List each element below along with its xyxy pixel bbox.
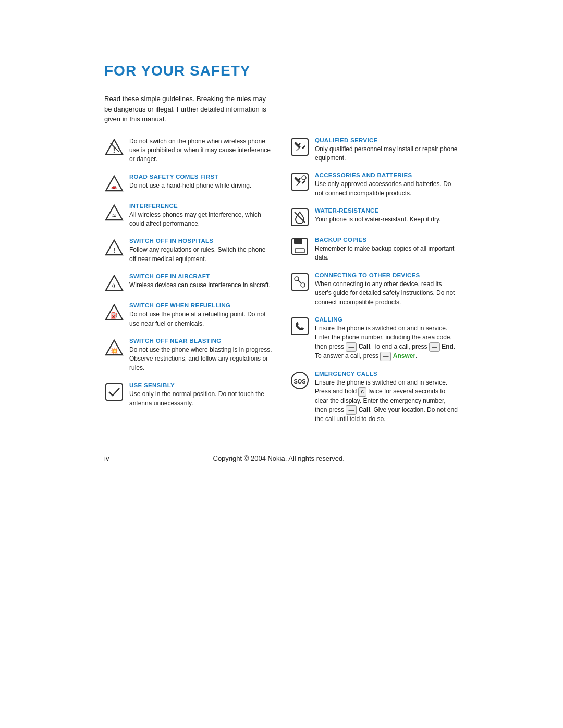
list-item: ⛽ SWITCH OFF WHEN REFUELLING Do not use … (104, 302, 273, 328)
svg-rect-22 (294, 239, 302, 244)
connecting-text: When connecting to any other device, rea… (315, 280, 459, 307)
qualified-service-icon (290, 137, 310, 157)
call-key-2: — (346, 405, 357, 415)
no-switch-icon: ! (104, 137, 124, 157)
accessories-content: ACCESSORIES AND BATTERIES Use only appro… (315, 172, 459, 198)
answer-key: — (380, 352, 391, 361)
svg-line-28 (298, 280, 301, 283)
blasting-icon: 💥 (104, 338, 124, 357)
hospitals-icon: ! (104, 238, 124, 257)
svg-point-26 (295, 277, 299, 281)
emergency-calls-content: EMERGENCY CALLS Ensure the phone is swit… (315, 371, 459, 424)
refuelling-content: SWITCH OFF WHEN REFUELLING Do not use th… (129, 302, 273, 328)
copyright-text: Copyright © 2004 Nokia. All rights reser… (213, 454, 345, 462)
list-item: CALLING Ensure the phone is switched on … (290, 316, 459, 361)
calling-icon (290, 316, 310, 336)
hospitals-content: SWITCH OFF IN HOSPITALS Follow any regul… (129, 238, 273, 264)
svg-text:💥: 💥 (111, 347, 118, 354)
svg-text:SOS: SOS (293, 378, 305, 385)
connecting-icon (290, 272, 310, 292)
water-resistance-content: WATER-RESISTANCE Your phone is not water… (315, 207, 459, 224)
aircraft-icon: ✈ (104, 273, 124, 293)
svg-text:≈: ≈ (113, 212, 116, 219)
accessories-icon (290, 172, 310, 192)
svg-rect-24 (302, 240, 304, 243)
left-column: ! Do not switch on the phone when wirele… (104, 137, 273, 434)
list-item: 🚗 ROAD SAFETY COMES FIRST Do not use a h… (104, 174, 273, 193)
interference-text: All wireless phones may get interference… (129, 211, 273, 229)
emergency-calls-text: Ensure the phone is switched on and in s… (315, 378, 459, 424)
road-safety-text: Do not use a hand-held phone while drivi… (129, 181, 273, 190)
list-item: CONNECTING TO OTHER DEVICES When connect… (290, 272, 459, 307)
no-switch-content: Do not switch on the phone when wireless… (129, 137, 273, 164)
blasting-content: SWITCH OFF NEAR BLASTING Do not use the … (129, 338, 273, 373)
connecting-title: CONNECTING TO OTHER DEVICES (315, 272, 459, 278)
water-resistance-title: WATER-RESISTANCE (315, 207, 459, 214)
qualified-service-title: QUALIFIED SERVICE (315, 137, 459, 143)
road-safety-icon: 🚗 (104, 174, 124, 193)
call-key-1: — (346, 342, 357, 352)
qualified-service-text: Only qualified personnel may install or … (315, 145, 459, 163)
list-item: ! SWITCH OFF IN HOSPITALS Follow any reg… (104, 238, 273, 264)
page-title: FOR YOUR SAFETY (104, 63, 459, 79)
backup-copies-text: Remember to make backup copies of all im… (315, 244, 459, 263)
accessories-title: ACCESSORIES AND BATTERIES (315, 172, 459, 178)
page-container: FOR YOUR SAFETY Read these simple guidel… (104, 0, 459, 504)
refuelling-title: SWITCH OFF WHEN REFUELLING (129, 302, 273, 309)
list-item: ✈ SWITCH OFF IN AIRCRAFT Wireless device… (104, 273, 273, 293)
list-item: 💥 SWITCH OFF NEAR BLASTING Do not use th… (104, 338, 273, 373)
road-safety-content: ROAD SAFETY COMES FIRST Do not use a han… (129, 174, 273, 190)
calling-content: CALLING Ensure the phone is switched on … (315, 316, 459, 361)
svg-rect-15 (106, 384, 123, 400)
emergency-calls-title: EMERGENCY CALLS (315, 371, 459, 377)
list-item: USE SENSIBLY Use only in the normal posi… (104, 382, 273, 408)
list-item: ≈ INTERFERENCE All wireless phones may g… (104, 203, 273, 229)
water-resistance-text: Your phone is not water-resistant. Keep … (315, 215, 459, 224)
aircraft-content: SWITCH OFF IN AIRCRAFT Wireless devices … (129, 273, 273, 290)
end-key: — (429, 342, 440, 352)
calling-title: CALLING (315, 316, 459, 323)
interference-content: INTERFERENCE All wireless phones may get… (129, 203, 273, 229)
list-item: WATER-RESISTANCE Your phone is not water… (290, 207, 459, 227)
hospitals-title: SWITCH OFF IN HOSPITALS (129, 238, 273, 244)
svg-point-18 (302, 176, 306, 180)
backup-copies-title: BACKUP COPIES (315, 237, 459, 243)
footer: iv Copyright © 2004 Nokia. All rights re… (104, 454, 459, 462)
backup-copies-content: BACKUP COPIES Remember to make backup co… (315, 237, 459, 263)
right-column: QUALIFIED SERVICE Only qualified personn… (290, 137, 459, 434)
use-sensibly-title: USE SENSIBLY (129, 382, 273, 388)
svg-rect-23 (295, 249, 304, 253)
page-number: iv (104, 454, 109, 462)
aircraft-title: SWITCH OFF IN AIRCRAFT (129, 273, 273, 279)
intro-paragraph: Read these simple guidelines. Breaking t… (104, 94, 271, 125)
interference-icon: ≈ (104, 203, 124, 223)
list-item: ! Do not switch on the phone when wirele… (104, 137, 273, 164)
interference-title: INTERFERENCE (129, 203, 273, 209)
blasting-text: Do not use the phone where blasting is i… (129, 346, 273, 373)
svg-point-27 (301, 283, 305, 287)
refuelling-icon: ⛽ (104, 302, 124, 322)
use-sensibly-icon (104, 382, 124, 402)
svg-text:🚗: 🚗 (112, 183, 118, 190)
list-item: ACCESSORIES AND BATTERIES Use only appro… (290, 172, 459, 198)
accessories-text: Use only approved accessories and batter… (315, 180, 459, 198)
svg-text:✈: ✈ (112, 283, 117, 289)
list-item: BACKUP COPIES Remember to make backup co… (290, 237, 459, 263)
blasting-title: SWITCH OFF NEAR BLASTING (129, 338, 273, 344)
use-sensibly-text: Use only in the normal position. Do not … (129, 390, 273, 408)
svg-rect-29 (291, 318, 308, 335)
refuelling-text: Do not use the phone at a refuelling poi… (129, 310, 273, 328)
calling-text: Ensure the phone is switched on and in s… (315, 324, 459, 361)
svg-text:⛽: ⛽ (111, 312, 118, 319)
water-resistance-icon (290, 207, 310, 227)
qualified-service-content: QUALIFIED SERVICE Only qualified personn… (315, 137, 459, 163)
hospitals-text: Follow any regulations or rules. Switch … (129, 245, 273, 264)
backup-copies-icon (290, 237, 310, 256)
emergency-calls-icon: SOS (290, 371, 310, 390)
connecting-content: CONNECTING TO OTHER DEVICES When connect… (315, 272, 459, 307)
c-key: c (358, 387, 366, 397)
road-safety-title: ROAD SAFETY COMES FIRST (129, 174, 273, 180)
use-sensibly-content: USE SENSIBLY Use only in the normal posi… (129, 382, 273, 408)
aircraft-text: Wireless devices can cause interference … (129, 281, 273, 290)
svg-text:!: ! (113, 246, 115, 254)
